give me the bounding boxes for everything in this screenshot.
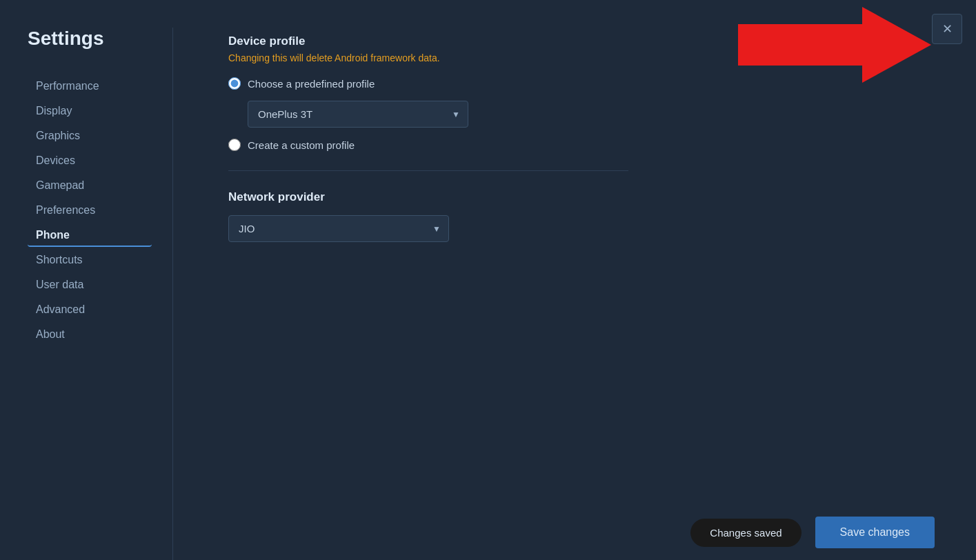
close-button-container: ✕ [932, 14, 962, 44]
main-content: Device profile Changing this will delete… [194, 28, 976, 560]
network-provider-select[interactable]: JIO Airtel BSNL Vi [228, 215, 449, 242]
page-title: Settings [28, 28, 152, 50]
radio-predefined-option[interactable]: Choose a predefined profile [228, 77, 935, 90]
network-provider-label: Network provider [228, 190, 935, 204]
bottom-bar: Changes saved Save changes [0, 505, 976, 560]
save-changes-button[interactable]: Save changes [815, 517, 935, 548]
device-profile-warning: Changing this will delete Android framew… [228, 52, 935, 63]
predefined-profile-select[interactable]: OnePlus 3T Samsung Galaxy S10 Pixel 4 Ge… [248, 101, 468, 128]
sidebar-item-graphics[interactable]: Graphics [28, 124, 152, 148]
sidebar-item-display[interactable]: Display [28, 99, 152, 123]
sidebar-item-phone[interactable]: Phone [28, 223, 152, 247]
sidebar-item-gamepad[interactable]: Gamepad [28, 174, 152, 197]
radio-custom-option[interactable]: Create a custom profile [228, 139, 935, 151]
device-profile-label: Device profile [228, 34, 935, 48]
sidebar-divider [172, 28, 173, 560]
sidebar-item-advanced[interactable]: Advanced [28, 298, 152, 321]
close-icon: ✕ [942, 21, 953, 37]
sidebar-item-about[interactable]: About [28, 323, 152, 346]
sidebar-nav: Performance Display Graphics Devices Gam… [28, 74, 152, 346]
radio-predefined-label: Choose a predefined profile [248, 78, 375, 90]
sidebar-item-shortcuts[interactable]: Shortcuts [28, 248, 152, 272]
changes-saved-toast: Changes saved [690, 519, 801, 547]
section-divider [228, 170, 628, 171]
sidebar-item-user-data[interactable]: User data [28, 273, 152, 297]
sidebar-item-devices[interactable]: Devices [28, 149, 152, 172]
network-provider-dropdown-wrapper: JIO Airtel BSNL Vi ▼ [228, 215, 449, 242]
radio-custom-label: Create a custom profile [248, 139, 355, 151]
close-button[interactable]: ✕ [932, 14, 962, 44]
predefined-profile-dropdown-wrapper: OnePlus 3T Samsung Galaxy S10 Pixel 4 Ge… [248, 101, 468, 128]
settings-container: Settings Performance Display Graphics De… [0, 0, 976, 560]
radio-predefined-input[interactable] [228, 77, 241, 90]
sidebar-item-preferences[interactable]: Preferences [28, 199, 152, 222]
sidebar-item-performance[interactable]: Performance [28, 74, 152, 98]
device-profile-section: Device profile Changing this will delete… [228, 34, 935, 151]
network-provider-section: Network provider JIO Airtel BSNL Vi ▼ [228, 190, 935, 242]
radio-custom-input[interactable] [228, 139, 241, 151]
radio-group: Choose a predefined profile OnePlus 3T S… [228, 77, 935, 151]
sidebar: Settings Performance Display Graphics De… [0, 28, 152, 560]
